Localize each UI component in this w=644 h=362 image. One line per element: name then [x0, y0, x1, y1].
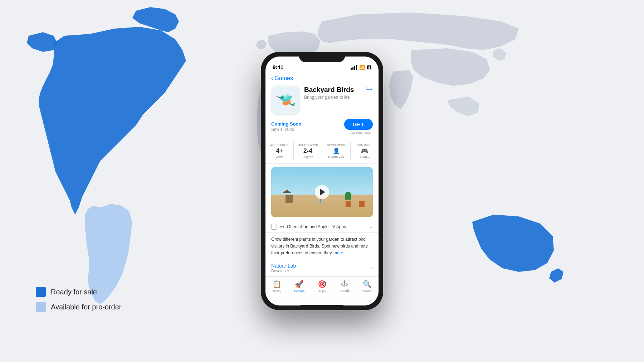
pill-multi-value: 2-4 — [303, 147, 312, 155]
legend-swatch-ready — [36, 287, 46, 297]
tab-games[interactable]: 🚀 Games — [288, 280, 311, 293]
get-button[interactable]: GET — [344, 119, 373, 130]
apps-icon: 🎯 — [318, 280, 327, 288]
developer-role: Developer — [271, 269, 296, 273]
pill-multi-label: MULTIPLAYER — [298, 143, 318, 147]
ipad-row[interactable]: ▭ Offers iPad and Apple TV Apps ⌄ — [265, 221, 379, 233]
pill-dev-sub: Nature Lab — [328, 155, 344, 158]
developer-name[interactable]: Nature Lab — [271, 263, 296, 269]
pill-dev-icon: 👤 — [333, 147, 340, 154]
share-button[interactable]: ⮡ — [366, 86, 373, 94]
svg-point-7 — [281, 97, 282, 98]
pill-ctrl-sub: Supp... — [360, 155, 370, 158]
pill-controller: CONTRO... 🎮 Supp... — [351, 142, 379, 160]
games-icon: 🚀 — [295, 280, 304, 288]
release-date: Sep 1, 2023 — [271, 127, 302, 132]
tab-apps[interactable]: 🎯 Apps — [311, 280, 333, 293]
app-header: Backyard Birds Bring your garden to life… — [265, 83, 379, 119]
legend-swatch-preorder — [36, 302, 46, 312]
tab-search-label: Search — [362, 289, 372, 293]
tab-arcade-label: Arcade — [340, 289, 350, 293]
description-text: Grow different plants in your garden to … — [271, 237, 368, 255]
chevron-right-icon: › — [371, 265, 373, 271]
phone-mockup: 9:41 📶 ▮ ‹ Games — [261, 52, 383, 310]
tab-search[interactable]: 🔍 Search — [356, 280, 379, 293]
signal-icon — [351, 65, 357, 70]
app-info: Backyard Birds Bring your garden to life — [304, 86, 361, 100]
map-legend: Ready for sale Available for pre-order — [36, 287, 122, 312]
tab-games-label: Games — [294, 289, 304, 293]
tab-bar: 📋 Today 🚀 Games 🎯 Apps 🕹 Arcade 🔍 — [265, 277, 379, 302]
battery-icon: ▮ — [367, 65, 371, 69]
back-label[interactable]: Games — [274, 75, 293, 82]
back-navigation[interactable]: ‹ Games — [265, 72, 379, 83]
in-app-purchases-label: In-App Purchases — [346, 131, 371, 134]
pill-multi-sub: Players — [302, 155, 313, 159]
info-pills: AGE RATING 4+ Years MULTIPLAYER 2-4 Play… — [265, 139, 379, 163]
wifi-icon: 📶 — [359, 65, 365, 70]
ipad-text: Offers iPad and Apple TV Apps — [287, 224, 346, 229]
pill-age-label: AGE RATING — [270, 143, 289, 147]
search-icon: 🔍 — [363, 280, 372, 288]
pill-ctrl-label: CONTRO... — [357, 143, 372, 147]
pill-age-rating: AGE RATING 4+ Years — [265, 142, 294, 160]
home-bar — [301, 305, 343, 306]
ipad-checkbox[interactable] — [271, 224, 277, 230]
legend-item-preorder: Available for pre-order — [36, 302, 122, 312]
tab-today-label: Today — [273, 289, 281, 293]
tab-arcade[interactable]: 🕹 Arcade — [333, 280, 356, 293]
legend-label-preorder: Available for pre-order — [51, 303, 122, 311]
tab-apps-label: Apps — [318, 289, 326, 293]
back-chevron-icon: ‹ — [271, 75, 273, 82]
app-icon-image — [274, 89, 297, 112]
pill-multiplayer: MULTIPLAYER 2-4 Players — [294, 142, 322, 160]
tab-today[interactable]: 📋 Today — [265, 280, 288, 293]
action-row: Coming Soon Sep 1, 2023 GET In-App Purch… — [265, 119, 379, 139]
monitor-icon: ▭ — [280, 224, 284, 230]
video-play-button[interactable] — [315, 185, 329, 199]
app-icon — [271, 86, 300, 114]
phone-notch — [299, 52, 345, 62]
pill-age-sub: Years — [275, 155, 284, 159]
phone-frame: 9:41 📶 ▮ ‹ Games — [261, 52, 383, 310]
pill-ctrl-icon: 🎮 — [361, 147, 368, 154]
arcade-icon: 🕹 — [341, 280, 348, 288]
pill-age-value: 4+ — [276, 147, 283, 155]
home-indicator — [265, 302, 379, 305]
status-icons: 📶 ▮ — [351, 65, 371, 70]
pill-developer: DEVELOPER 👤 Nature Lab — [322, 142, 351, 160]
more-link[interactable]: more — [333, 250, 343, 255]
app-subtitle: Bring your garden to life — [304, 95, 361, 100]
legend-item-ready: Ready for sale — [36, 287, 122, 297]
phone-screen: 9:41 📶 ▮ ‹ Games — [265, 57, 379, 305]
developer-row[interactable]: Nature Lab Developer › — [265, 259, 379, 277]
pill-dev-label: DEVELOPER — [327, 143, 346, 147]
status-time: 9:41 — [273, 64, 283, 70]
description-section: Grow different plants in your garden to … — [265, 233, 379, 259]
video-section[interactable] — [265, 163, 379, 221]
today-icon: 📋 — [272, 280, 281, 288]
video-thumbnail[interactable] — [271, 167, 373, 217]
coming-soon-label: Coming Soon — [271, 121, 302, 127]
chevron-down-icon: ⌄ — [369, 224, 373, 229]
app-title: Backyard Birds — [304, 86, 361, 94]
legend-label-ready: Ready for sale — [51, 288, 97, 296]
